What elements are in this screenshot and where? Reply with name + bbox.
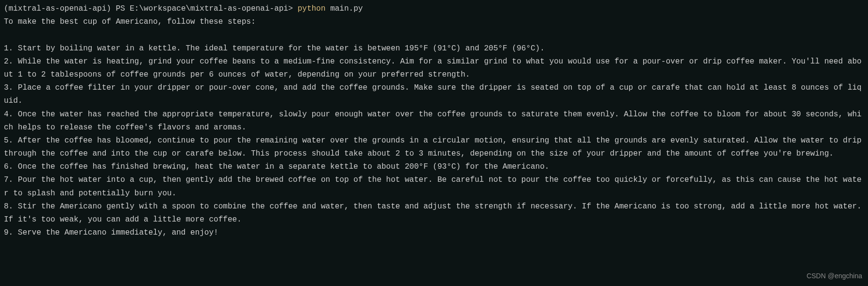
env-name: (mixtral-as-openai-api) xyxy=(4,4,111,13)
output-step: 6. Once the coffee has finished brewing,… xyxy=(4,160,864,174)
output-step: 8. Stir the Americano gently with a spoo… xyxy=(4,200,864,226)
prompt-line: (mixtral-as-openai-api) PS E:\workspace\… xyxy=(4,2,864,16)
output-step: 4. Once the water has reached the approp… xyxy=(4,108,864,134)
output-step: 9. Serve the Americano immediately, and … xyxy=(4,226,864,239)
command-arg: main.py xyxy=(330,4,363,13)
output-blank xyxy=(4,29,864,42)
path: E:\workspace\mixtral-as-openai-api> xyxy=(130,4,293,13)
watermark: CSDN @engchina xyxy=(806,270,862,282)
output-step: 3. Place a coffee filter in your dripper… xyxy=(4,81,864,108)
output-intro: To make the best cup of Americano, follo… xyxy=(4,16,864,29)
output-step: 5. After the coffee has bloomed, continu… xyxy=(4,134,864,160)
output-step: 2. While the water is heating, grind you… xyxy=(4,55,864,81)
output-step: 1. Start by boiling water in a kettle. T… xyxy=(4,42,864,55)
terminal-output[interactable]: (mixtral-as-openai-api) PS E:\workspace\… xyxy=(4,2,864,239)
output-step: 7. Pour the hot water into a cup, then g… xyxy=(4,174,864,200)
command: python xyxy=(298,4,326,13)
shell-name: PS xyxy=(116,4,125,13)
